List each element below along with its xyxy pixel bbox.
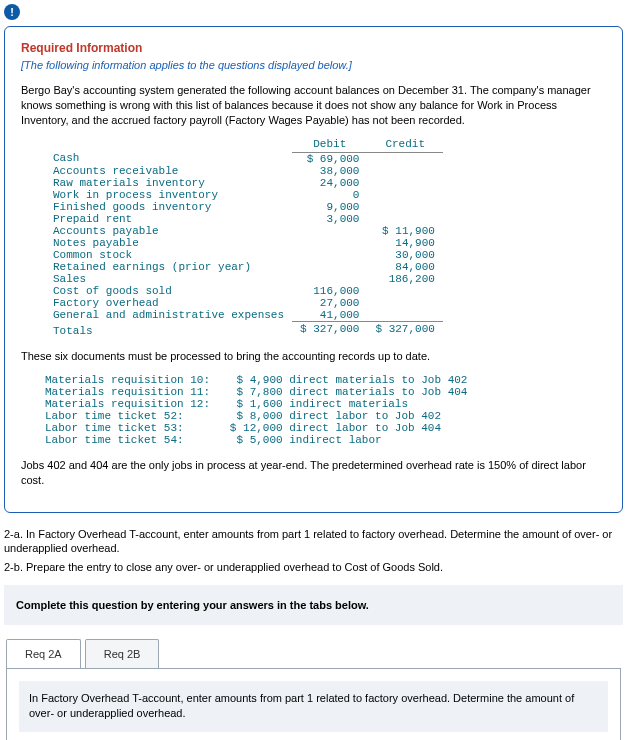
- row-label: Prepaid rent: [45, 213, 292, 225]
- row-credit: 186,200: [367, 273, 442, 285]
- tab-description: In Factory Overhead T-account, enter amo…: [19, 681, 608, 732]
- row-debit: 38,000: [292, 165, 367, 177]
- question-2a: 2-a. In Factory Overhead T-account, ente…: [4, 527, 623, 557]
- row-credit: [367, 177, 442, 189]
- row-credit: [367, 213, 442, 225]
- complete-instruction: Complete this question by entering your …: [4, 585, 623, 625]
- totals-debit: $ 327,000: [292, 321, 367, 337]
- doc-line: Labor time ticket 52: $ 8,000 direct lab…: [45, 410, 606, 422]
- row-credit: 30,000: [367, 249, 442, 261]
- row-debit: 9,000: [292, 201, 367, 213]
- row-label: Notes payable: [45, 237, 292, 249]
- tab-panel-req-2a: In Factory Overhead T-account, enter amo…: [6, 668, 621, 740]
- tab-bar: Req 2A Req 2B: [6, 639, 627, 668]
- col-debit: Debit: [292, 138, 367, 153]
- row-credit: [367, 297, 442, 309]
- row-credit: 14,900: [367, 237, 442, 249]
- tab-req-2a[interactable]: Req 2A: [6, 639, 81, 668]
- row-credit: [367, 189, 442, 201]
- row-debit: 116,000: [292, 285, 367, 297]
- row-credit: [367, 152, 442, 165]
- doc-line: Materials requisition 11: $ 7,800 direct…: [45, 386, 606, 398]
- row-label: Factory overhead: [45, 297, 292, 309]
- row-debit: [292, 261, 367, 273]
- doc-line: Materials requisition 12: $ 1,600 indire…: [45, 398, 606, 410]
- col-credit: Credit: [367, 138, 442, 153]
- row-label: General and administrative expenses: [45, 309, 292, 322]
- row-debit: 41,000: [292, 309, 367, 322]
- scenario-paragraph: Bergo Bay's accounting system generated …: [21, 83, 606, 128]
- row-label: Cash: [45, 152, 292, 165]
- doc-line: Materials requisition 10: $ 4,900 direct…: [45, 374, 606, 386]
- row-label: Accounts receivable: [45, 165, 292, 177]
- balances-table: Debit Credit Cash$ 69,000 Accounts recei…: [45, 138, 443, 338]
- question-2b: 2-b. Prepare the entry to close any over…: [4, 560, 623, 575]
- jobs-note: Jobs 402 and 404 are the only jobs in pr…: [21, 458, 606, 488]
- row-credit: $ 11,900: [367, 225, 442, 237]
- row-label: Sales: [45, 273, 292, 285]
- doc-line: Labor time ticket 54: $ 5,000 indirect l…: [45, 434, 606, 446]
- required-info-title: Required Information: [21, 41, 606, 55]
- row-debit: [292, 237, 367, 249]
- row-credit: [367, 309, 442, 322]
- row-label: Work in process inventory: [45, 189, 292, 201]
- intro-note: [The following information applies to th…: [21, 59, 606, 71]
- row-debit: [292, 273, 367, 285]
- row-label: Finished goods inventory: [45, 201, 292, 213]
- documents-list: Materials requisition 10: $ 4,900 direct…: [45, 374, 606, 446]
- alert-icon: !: [4, 4, 20, 20]
- row-credit: 84,000: [367, 261, 442, 273]
- documents-intro: These six documents must be processed to…: [21, 349, 606, 364]
- totals-credit: $ 327,000: [367, 321, 442, 337]
- row-debit: $ 69,000: [292, 152, 367, 165]
- row-label: Retained earnings (prior year): [45, 261, 292, 273]
- row-credit: [367, 285, 442, 297]
- totals-label: Totals: [45, 321, 292, 337]
- row-credit: [367, 201, 442, 213]
- tab-req-2b[interactable]: Req 2B: [85, 639, 160, 668]
- info-card: Required Information [The following info…: [4, 26, 623, 513]
- row-label: Accounts payable: [45, 225, 292, 237]
- row-label: Cost of goods sold: [45, 285, 292, 297]
- row-debit: 24,000: [292, 177, 367, 189]
- row-debit: [292, 225, 367, 237]
- row-debit: 3,000: [292, 213, 367, 225]
- row-debit: [292, 249, 367, 261]
- row-credit: [367, 165, 442, 177]
- row-debit: 27,000: [292, 297, 367, 309]
- row-debit: 0: [292, 189, 367, 201]
- doc-line: Labor time ticket 53: $ 12,000 direct la…: [45, 422, 606, 434]
- row-label: Common stock: [45, 249, 292, 261]
- row-label: Raw materials inventory: [45, 177, 292, 189]
